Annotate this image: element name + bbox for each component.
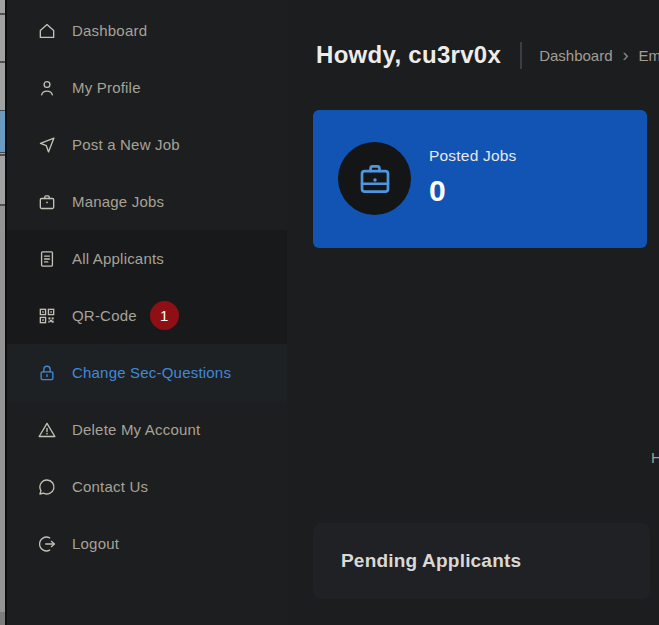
user-icon [37, 78, 57, 98]
sidebar-item-label: Change Sec-Questions [72, 364, 231, 381]
qr-code-icon [37, 306, 57, 326]
sidebar-item-delete-my-account[interactable]: Delete My Account [7, 401, 287, 458]
truncated-text-fragment: H [651, 449, 659, 466]
chevron-right-icon: › [623, 46, 629, 64]
briefcase-icon [356, 160, 394, 198]
sidebar-item-label: Logout [72, 535, 119, 552]
document-icon [37, 249, 57, 269]
sidebar-item-my-profile[interactable]: My Profile [7, 59, 287, 116]
sidebar: Dashboard My Profile Post a New Job Mana… [5, 0, 287, 625]
lock-icon [37, 363, 57, 383]
briefcase-icon [37, 192, 57, 212]
sidebar-item-post-new-job[interactable]: Post a New Job [7, 116, 287, 173]
notification-badge: 1 [150, 301, 179, 330]
sidebar-item-label: Delete My Account [72, 421, 200, 438]
sidebar-item-qr-code[interactable]: QR-Code 1 [7, 287, 287, 344]
sidebar-item-change-sec-questions[interactable]: Change Sec-Questions [7, 344, 287, 401]
warning-icon [37, 420, 57, 440]
breadcrumb-root[interactable]: Dashboard [539, 47, 612, 64]
employer-dashboard-page: Dashboard My Profile Post a New Job Mana… [0, 0, 659, 625]
stat-info: Posted Jobs 0 [429, 147, 517, 208]
sidebar-item-label: My Profile [72, 79, 141, 96]
pending-applicants-title: Pending Applicants [341, 550, 521, 572]
main-content: Howdy, cu3rv0x Dashboard › Empl Posted J… [287, 0, 659, 625]
stat-label: Posted Jobs [429, 147, 517, 165]
stat-icon-circle [338, 142, 411, 215]
sidebar-item-manage-jobs[interactable]: Manage Jobs [7, 173, 287, 230]
sidebar-item-dashboard[interactable]: Dashboard [7, 2, 287, 59]
home-icon [37, 21, 57, 41]
page-title: Howdy, cu3rv0x [316, 41, 501, 69]
sidebar-menu: Dashboard My Profile Post a New Job Mana… [7, 2, 287, 572]
pending-applicants-card: Pending Applicants [313, 523, 650, 599]
stat-value: 0 [429, 174, 517, 208]
header-divider [520, 42, 522, 69]
send-icon [37, 135, 57, 155]
sidebar-item-label: Manage Jobs [72, 193, 164, 210]
sidebar-item-label: Contact Us [72, 478, 148, 495]
sidebar-item-label: Dashboard [72, 22, 147, 39]
sidebar-item-label: Post a New Job [72, 136, 180, 153]
breadcrumb-current: Empl [639, 47, 659, 64]
sidebar-item-contact-us[interactable]: Contact Us [7, 458, 287, 515]
sidebar-item-label: QR-Code [72, 307, 137, 324]
sidebar-item-all-applicants[interactable]: All Applicants [7, 230, 287, 287]
chat-icon [37, 477, 57, 497]
sidebar-item-logout[interactable]: Logout [7, 515, 287, 572]
breadcrumb: Dashboard › Empl [539, 46, 659, 64]
logout-icon [37, 534, 57, 554]
posted-jobs-card[interactable]: Posted Jobs 0 [313, 110, 647, 248]
sidebar-item-label: All Applicants [72, 250, 164, 267]
page-header: Howdy, cu3rv0x Dashboard › Empl [316, 41, 659, 69]
